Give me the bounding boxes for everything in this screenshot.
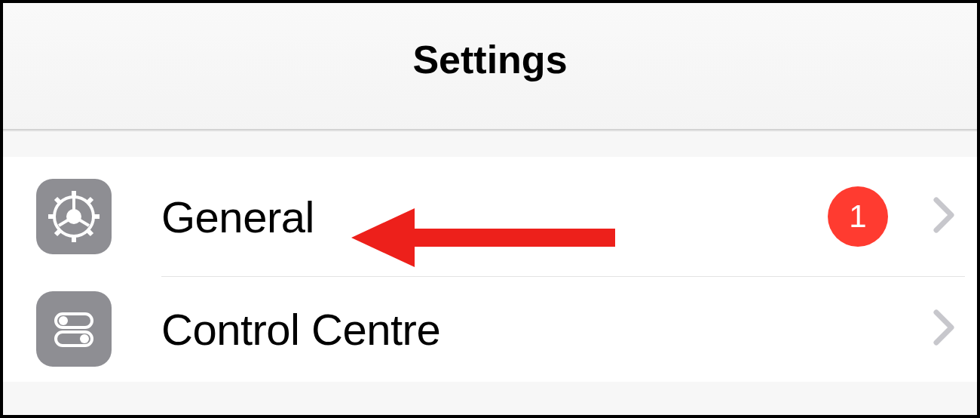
chevron-right-icon <box>933 197 954 236</box>
list-item-control-centre[interactable]: Control Centre <box>3 276 977 382</box>
item-label: Control Centre <box>161 304 933 355</box>
header: Settings <box>3 3 977 130</box>
gear-icon <box>36 179 112 254</box>
svg-line-7 <box>56 230 60 235</box>
chevron-right-icon <box>933 309 954 349</box>
svg-point-14 <box>59 316 68 325</box>
settings-screen: Settings <box>3 3 977 415</box>
settings-list: General 1 Control Centre <box>3 157 977 382</box>
svg-point-16 <box>80 334 89 343</box>
svg-line-6 <box>87 198 92 203</box>
svg-line-8 <box>87 230 92 235</box>
notification-badge: 1 <box>828 186 888 247</box>
item-label: General <box>161 192 828 242</box>
list-item-general[interactable]: General 1 <box>3 157 977 276</box>
svg-line-9 <box>56 198 60 203</box>
control-centre-icon <box>36 291 112 367</box>
page-title: Settings <box>412 37 567 82</box>
